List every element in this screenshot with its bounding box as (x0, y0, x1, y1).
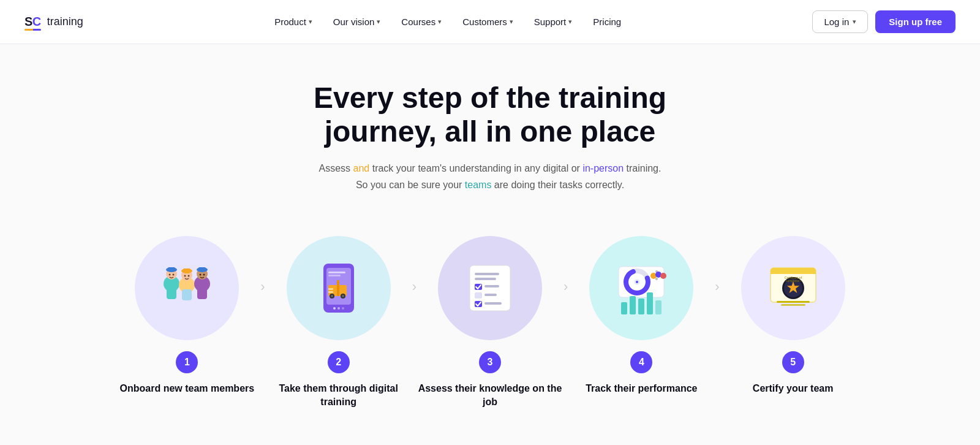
svg-rect-32 (328, 275, 341, 276)
svg-rect-26 (337, 280, 339, 296)
logo-bar (24, 29, 41, 31)
step-1-label: Onboard new team members (120, 382, 255, 395)
connector-4: › (715, 236, 719, 295)
svg-rect-67 (777, 301, 810, 303)
svg-rect-41 (475, 292, 482, 299)
nav-item-support[interactable]: Support ▾ (526, 12, 581, 32)
nav-item-customers[interactable]: Customers ▾ (454, 12, 522, 32)
nav-item-courses[interactable]: Courses ▾ (393, 12, 450, 32)
svg-point-52 (655, 278, 658, 280)
svg-point-34 (337, 307, 340, 310)
step-2-number: 2 (328, 351, 350, 373)
svg-rect-7 (182, 289, 192, 300)
step-5: Certificate of completion 5 Certify your… (720, 236, 867, 395)
svg-point-60 (660, 273, 666, 279)
login-button[interactable]: Log in ▾ (812, 10, 868, 33)
step-4-illustration (608, 254, 675, 322)
step-5-image: Certificate of completion (741, 236, 845, 340)
svg-rect-25 (328, 291, 333, 293)
step-5-number: 5 (782, 351, 804, 373)
chevron-down-icon: ▾ (377, 18, 380, 26)
chevron-down-icon: ▾ (853, 18, 856, 26)
svg-rect-57 (655, 300, 662, 314)
step-2-label: Take them through digital training (265, 382, 412, 408)
svg-point-16 (173, 274, 175, 276)
nav-item-pricing[interactable]: Pricing (584, 12, 630, 32)
hero-subtitle: Assess and track your team's understandi… (318, 161, 662, 193)
svg-rect-68 (781, 304, 805, 306)
svg-rect-14 (198, 267, 206, 270)
svg-point-20 (203, 274, 205, 276)
step-1-illustration (153, 254, 221, 322)
chevron-down-icon: ▾ (309, 18, 312, 26)
step-3-number: 3 (479, 351, 501, 373)
step-3: 3 Assess their knowledge on the job (417, 236, 564, 408)
hero-title: Every step of the training journey, all … (276, 81, 704, 148)
svg-rect-37 (475, 273, 499, 275)
chevron-down-icon: ▾ (568, 18, 572, 26)
step-5-label: Certify your team (753, 382, 834, 395)
svg-rect-9 (183, 268, 190, 272)
chevron-down-icon: ▾ (438, 18, 442, 26)
step-4-number: 4 (630, 351, 652, 373)
step-4-label: Track their performance (586, 382, 697, 395)
step-2-illustration (305, 254, 372, 322)
hero-section: Every step of the training journey, all … (0, 44, 980, 205)
svg-point-49 (636, 281, 638, 283)
svg-point-19 (200, 274, 202, 276)
svg-rect-38 (475, 278, 496, 280)
svg-rect-44 (484, 302, 502, 305)
svg-rect-31 (328, 272, 345, 273)
svg-point-15 (169, 274, 171, 276)
steps-section: 1 Onboard new team members › (0, 205, 980, 445)
connector-1: › (260, 236, 265, 295)
svg-rect-63 (771, 271, 816, 274)
signup-button[interactable]: Sign up free (875, 10, 956, 33)
svg-text:completion: completion (786, 279, 801, 283)
nav-item-product[interactable]: Product ▾ (266, 12, 321, 32)
logo[interactable]: SC training (24, 15, 83, 29)
svg-rect-54 (630, 296, 636, 314)
step-2: 2 Take them through digital training (265, 236, 412, 408)
step-3-image (438, 236, 542, 340)
step-4-image (589, 236, 693, 340)
svg-rect-12 (197, 288, 207, 299)
step-3-label: Assess their knowledge on the job (417, 382, 564, 408)
nav-item-ourvision[interactable]: Our vision ▾ (325, 12, 390, 32)
step-5-illustration: Certificate of completion (760, 254, 827, 322)
svg-rect-40 (484, 285, 499, 287)
svg-point-33 (333, 307, 336, 310)
svg-point-17 (184, 275, 186, 277)
svg-point-30 (342, 295, 344, 297)
svg-point-35 (342, 307, 344, 310)
step-4: 4 Track their performance (568, 236, 715, 395)
svg-rect-53 (621, 302, 627, 314)
step-3-illustration (456, 254, 524, 322)
svg-point-28 (331, 295, 333, 297)
svg-rect-56 (647, 292, 653, 314)
nav-actions: Log in ▾ Sign up free (812, 10, 956, 33)
logo-training: training (47, 15, 83, 28)
step-1-number: 1 (176, 351, 198, 373)
connector-2: › (412, 236, 417, 295)
svg-rect-24 (328, 288, 333, 290)
step-1: 1 Onboard new team members (113, 236, 260, 395)
svg-rect-4 (168, 267, 175, 270)
nav-links: Product ▾ Our vision ▾ Courses ▾ Custome… (266, 12, 630, 32)
main-nav: SC training Product ▾ Our vision ▾ Cours… (0, 0, 980, 44)
svg-rect-42 (484, 294, 497, 296)
step-2-image (287, 236, 391, 340)
svg-point-18 (188, 275, 190, 277)
chevron-down-icon: ▾ (510, 18, 513, 26)
step-1-image (135, 236, 239, 340)
svg-rect-55 (638, 299, 644, 314)
svg-rect-2 (167, 288, 176, 299)
connector-3: › (564, 236, 568, 295)
